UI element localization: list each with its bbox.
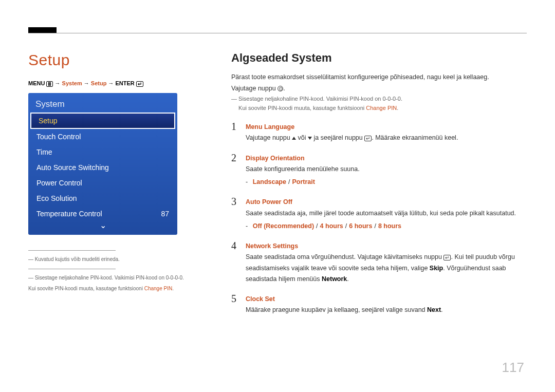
section-title: Setup xyxy=(28,51,206,69)
osd-item-auto-source[interactable]: Auto Source Switching xyxy=(28,160,177,175)
step-row: 1 Menu Language Vajutage nuppu või ja se… xyxy=(231,118,527,149)
step-body: Saate seadistada aja, mille järel toode … xyxy=(246,208,527,219)
step-options: - Landscape/Portrait xyxy=(246,177,527,188)
step-body: Saate konfigureerida menüülehe suuna. xyxy=(246,164,527,175)
step-body: Määrake praegune kuupäev ja kellaaeg, se… xyxy=(246,305,527,315)
enter-icon: ↵ xyxy=(443,255,451,260)
step-row: 4 Network Settings Saate seadistada oma … xyxy=(231,237,527,290)
step-title: Auto Power Off xyxy=(246,197,527,208)
osd-panel: System Setup Touch Control Time Auto Sou… xyxy=(28,93,177,235)
footnote-line: Kui soovite PIN-koodi muuta, kasutage fu… xyxy=(28,284,206,293)
steps-table: 1 Menu Language Vajutage nuppu või ja se… xyxy=(231,118,527,321)
step-body: Saate seadistada oma võrguühendust. Vaju… xyxy=(246,252,527,285)
enter-icon: ↵ xyxy=(364,136,372,141)
footnote-line: ― Kuvatud kujutis võib mudeliti erineda. xyxy=(28,255,206,264)
page-number: 117 xyxy=(502,360,524,376)
step-options: - Off (Recommended)/4 hours/6 hours/8 ho… xyxy=(246,221,527,232)
right-heading: Algseaded System xyxy=(231,51,527,65)
osd-item-touch-control[interactable]: Touch Control xyxy=(28,129,177,144)
osd-item-power-control[interactable]: Power Control xyxy=(28,175,177,191)
pin-note: ― Sisestage neljakohaline PIN-kood. Vaik… xyxy=(231,95,527,104)
step-row: 5 Clock Set Määrake praegune kuupäev ja … xyxy=(231,290,527,321)
osd-item-setup[interactable]: Setup xyxy=(30,113,175,129)
arrow-down-icon xyxy=(308,137,312,140)
arrow-up-icon xyxy=(292,137,296,140)
menu-icon: Ⅲ xyxy=(46,81,53,87)
osd-title: System xyxy=(28,93,177,113)
step-row: 3 Auto Power Off Saate seadistada aja, m… xyxy=(231,193,527,237)
step-title: Menu Language xyxy=(246,122,527,133)
intro-text: Vajutage nuppu ⊙. xyxy=(231,83,527,94)
intro-text: Pärast toote esmakordset sisselülitamist… xyxy=(231,72,527,82)
step-row: 2 Display Orientation Saate konfigureeri… xyxy=(231,149,527,193)
enter-icon: ↵ xyxy=(136,81,143,87)
footnote-line: ― Sisestage neljakohaline PIN-kood. Vaik… xyxy=(28,273,206,282)
step-body: Vajutage nuppu või ja seejärel nuppu ↵. … xyxy=(246,133,527,143)
circle-button-icon: ⊙ xyxy=(278,86,283,91)
left-footnotes: ― Kuvatud kujutis võib mudeliti erineda.… xyxy=(28,250,206,293)
pin-note: ― Kui soovite PIN-koodi muuta, kasutage … xyxy=(231,104,527,113)
osd-item-eco-solution[interactable]: Eco Solution xyxy=(28,191,177,206)
step-title: Display Orientation xyxy=(246,153,527,164)
osd-item-time[interactable]: Time xyxy=(28,144,177,160)
step-title: Network Settings xyxy=(246,241,527,252)
step-title: Clock Set xyxy=(246,294,527,305)
left-column: Setup MENU Ⅲ → System → Setup → ENTER ↵ … xyxy=(28,51,206,321)
right-column: Algseaded System Pärast toote esmakordse… xyxy=(231,51,527,321)
header-rule xyxy=(28,33,527,33)
chevron-down-icon[interactable]: ⌄ xyxy=(28,221,177,232)
osd-item-temperature[interactable]: Temperature Control87 xyxy=(28,206,177,221)
breadcrumb: MENU Ⅲ → System → Setup → ENTER ↵ xyxy=(28,80,206,87)
